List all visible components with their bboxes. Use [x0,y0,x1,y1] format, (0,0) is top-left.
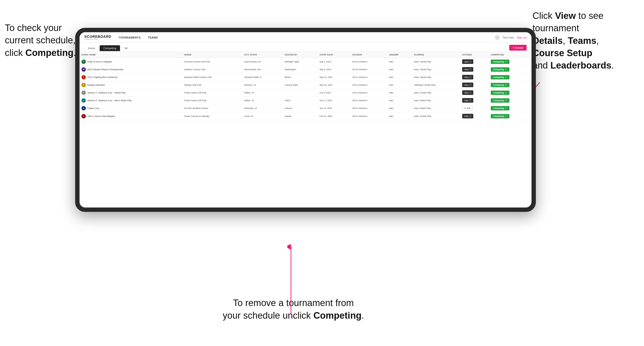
tournaments-table: EVENT NAME VENUE CITY, STATE HOSTED BY S… [80,52,532,120]
annotation-teams-bold: Teams [568,36,596,46]
competing-button[interactable]: Competing ✓ [491,67,509,72]
team-logo: W [82,67,86,72]
col-start-date: START DATE [318,52,350,58]
team-logo: A [82,106,86,110]
hosted-by-cell: Hawaii [283,112,318,120]
col-scoring: SCORING [412,52,460,58]
team-logo: J [82,91,86,95]
event-name-cell: J Jackson T. Stephens Cup – Stroke Play [80,89,182,97]
team-logo: J [82,98,86,103]
scoring-cell: team, Stroke Play [412,58,460,66]
event-name: 2023 Sahalee Players Championship [87,68,123,71]
gender-cell: Men [387,89,412,97]
tablet-screen: SCOREBOARD Powered by clippi TOURNAMENTS… [80,32,532,207]
view-button[interactable]: View ⓘ [462,98,473,103]
competing-button[interactable]: Competing ✓ [491,60,509,64]
start-date-cell: Sep 9, 2023 [318,66,350,73]
view-button[interactable]: View ⓘ [462,114,473,118]
competing-button[interactable]: Competing ✓ [491,91,509,95]
gender-cell: Men [387,81,412,89]
actions-cell: View ⓘ [460,73,489,81]
view-button[interactable]: View ⓘ [462,90,473,95]
competing-button[interactable]: Competing ✓ [491,83,509,87]
division-cell: NCAA Division I [350,89,387,97]
competing-button[interactable]: Competing ✓ [491,106,509,110]
competing-button[interactable]: Competing ✓ [491,98,509,103]
view-button[interactable]: View ⓘ [462,75,473,79]
team-logo: F [82,60,86,64]
hosted-by-cell: Michigan State [283,58,318,66]
col-competing: COMPETING [489,52,532,58]
city-state-cell: Maricopa, AZ [242,104,283,112]
division-cell: NCAA Division I [350,104,387,112]
competing-button[interactable]: Competing ✓ [491,114,509,118]
event-name-cell: I OFCC Fighting Illini Invitational [80,73,182,81]
view-button[interactable]: View ⓘ [462,59,473,64]
nav-signout[interactable]: Sign out [517,36,527,39]
brand-title: SCOREBOARD [84,35,111,38]
venue-cell: Trinity Forest Golf Club [182,97,242,104]
competing-cell: Competing ✓ [489,112,532,120]
venue-cell: Ocean Course At Hokuala [182,112,242,120]
start-date-cell: Sep 15, 2023 [318,73,350,81]
tabbar: Home Competing All + Create [80,43,532,52]
start-date-cell: Jan 14, 2024 [318,104,350,112]
venue-cell: Papago Golf Club [182,81,242,89]
start-date-cell: Oct 9, 2023 [318,89,350,97]
gender-cell: Men [387,58,412,66]
hosted-by-cell: Washington [283,66,318,73]
scoring-cell: team, Match Play [412,97,460,104]
table-row: P Papago Individual Papago Golf ClubPhoe… [80,81,532,89]
nav-tournaments[interactable]: TOURNAMENTS [118,36,141,39]
tab-all[interactable]: All [121,45,131,51]
create-button[interactable]: + Create [509,45,527,51]
hosted-by-cell: Illinois [283,73,318,81]
col-event-name: EVENT NAME [80,52,182,58]
division-cell: NCAA Division I [350,58,387,66]
annotation-view-bold: View [555,11,576,21]
tab-home[interactable]: Home [84,45,99,51]
annotation-leaderboards-bold: Leaderboards [550,60,611,70]
start-date-cell: Oct 11, 2023 [318,97,350,104]
gender-cell: Men [387,112,412,120]
table-container[interactable]: EVENT NAME VENUE CITY, STATE HOSTED BY S… [80,52,532,207]
event-name-cell: A Copper Cup [80,104,182,112]
competing-cell: Competing ✓ [489,58,532,66]
gender-cell: Men [387,73,412,81]
annotation-details-bold: Details [532,36,563,46]
gender-cell: Men [387,97,412,104]
actions-cell: View ⓘ [460,97,489,104]
table-row: F Folds of Honor Collegiate American Dun… [80,58,532,66]
city-state-cell: Dallas, TX [242,97,283,104]
col-venue: VENUE [182,52,242,58]
event-name: OFCC Fighting Illini Invitational [87,76,117,78]
competing-button[interactable]: Competing ✓ [491,75,509,79]
city-state-cell: Grand Haven, MI [242,58,283,66]
event-name: Papago Individual [87,84,105,86]
venue-cell: Ak-Chin Southern Dunes [182,104,242,112]
city-state-cell: Olympia Fields, IL [242,73,283,81]
table-row: J Jackson T. Stephens Cup – Stroke Play … [80,89,532,97]
view-button[interactable]: View ⓘ [462,83,473,87]
competing-cell: Competing ✓ [489,104,532,112]
start-date-cell: Feb 15, 2024 [318,112,350,120]
nav-user: Test User [503,36,514,39]
tab-competing[interactable]: Competing [100,45,120,51]
city-state-cell: Phoenix, AZ [242,81,283,89]
view-button[interactable]: View ⓘ [462,67,473,72]
table-row: I OFCC Fighting Illini Invitational Olym… [80,73,532,81]
division-cell: NCAA Division I [350,97,387,104]
competing-cell: Competing ✓ [489,97,532,104]
scoring-cell: team, Stroke Play [412,66,460,73]
edit-button[interactable]: ✏ Edit [462,106,472,111]
start-date-cell: Sep 4, 2023 [318,58,350,66]
brand: SCOREBOARD Powered by clippi [84,35,111,40]
col-division: DIVISION [350,52,387,58]
city-state-cell: Sammamish, WA [242,66,283,73]
annotation-top-right: Click View to see tournament Details, Te… [532,10,634,72]
event-name-cell: F Folds of Honor Collegiate [80,58,182,66]
event-name-cell: W 2023 Sahalee Players Championship [80,66,182,73]
event-name: Folds of Honor Collegiate [87,60,112,63]
start-date-cell: Sep 18, 2023 [318,81,350,89]
nav-teams[interactable]: TEAMS [148,36,158,39]
